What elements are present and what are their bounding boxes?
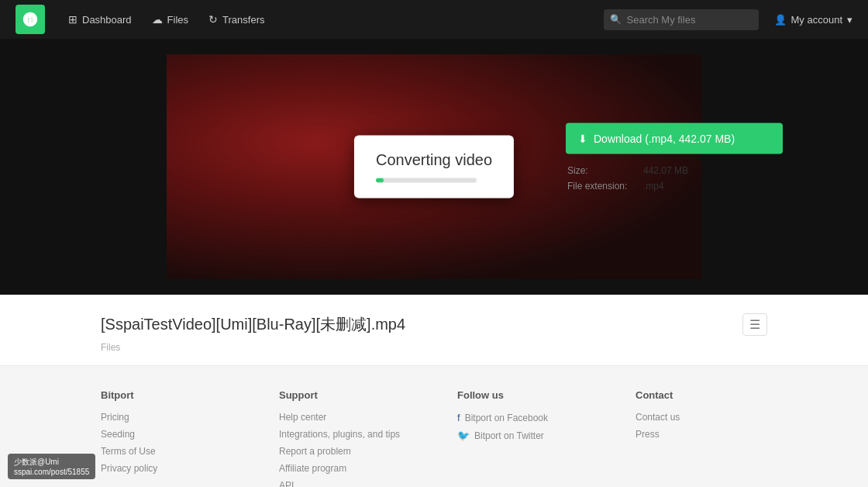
footer-inner: Bitport Pricing Seeding Terms of Use Pri… bbox=[85, 389, 783, 487]
footer-col-follow-title: Follow us bbox=[457, 389, 589, 401]
file-title: [SspaiTestVideo][Umi][Blu-Ray][未删减].mp4 bbox=[101, 314, 405, 335]
file-size-row: Size: 442.07 MB bbox=[567, 165, 752, 176]
footer-link-affiliate[interactable]: Affiliate program bbox=[279, 463, 411, 474]
footer-col-contact-title: Contact bbox=[636, 389, 767, 401]
breadcrumb: Files bbox=[101, 342, 767, 353]
footer-col-bitport: Bitport Pricing Seeding Terms of Use Pri… bbox=[101, 389, 232, 487]
download-icon: ⬇ bbox=[578, 133, 587, 145]
files-icon: ☁ bbox=[152, 13, 163, 26]
account-menu[interactable]: 👤 My account ▾ bbox=[774, 14, 852, 26]
chevron-down-icon: ▾ bbox=[847, 14, 852, 26]
watermark: 少数派@Umi sspai.com/post/51855 bbox=[8, 454, 95, 479]
content-area: [SspaiTestVideo][Umi][Blu-Ray][未删减].mp4 … bbox=[0, 295, 868, 365]
download-button[interactable]: ⬇ Download (.mp4, 442.07 MB) bbox=[566, 123, 783, 154]
file-meta: Size: 442.07 MB File extension: .mp4 bbox=[567, 165, 752, 192]
file-menu-button[interactable]: ☰ bbox=[742, 313, 767, 336]
footer-col-contact: Contact Contact us Press bbox=[636, 389, 767, 487]
footer-link-twitter[interactable]: 🐦 Bitport on Twitter bbox=[457, 430, 589, 441]
right-panel: ⬇ Download (.mp4, 442.07 MB) Size: 442.0… bbox=[566, 123, 752, 196]
navbar-dashboard[interactable]: ⊞ Dashboard bbox=[60, 9, 140, 30]
menu-icon: ☰ bbox=[749, 318, 760, 331]
footer-link-pricing[interactable]: Pricing bbox=[101, 412, 232, 423]
navbar: ⊞ Dashboard ☁ Files ↻ Transfers 🔍 👤 My a… bbox=[0, 0, 868, 39]
footer-link-integrations[interactable]: Integrations, plugins, and tips bbox=[279, 429, 411, 440]
hero-section: Converting video ⬇ Download (.mp4, 442.0… bbox=[0, 39, 868, 295]
transfers-icon: ↻ bbox=[208, 13, 218, 26]
navbar-links: ⊞ Dashboard ☁ Files ↻ Transfers bbox=[60, 9, 272, 30]
navbar-transfers[interactable]: ↻ Transfers bbox=[201, 9, 272, 30]
file-extension-row: File extension: .mp4 bbox=[567, 181, 752, 192]
converting-title: Converting video bbox=[376, 151, 492, 169]
file-title-row: [SspaiTestVideo][Umi][Blu-Ray][未删减].mp4 … bbox=[101, 313, 767, 336]
footer-link-facebook[interactable]: f Bitport on Facebook bbox=[457, 412, 589, 423]
footer-link-report[interactable]: Report a problem bbox=[279, 446, 411, 457]
footer-link-press[interactable]: Press bbox=[636, 429, 767, 440]
account-icon: 👤 bbox=[774, 14, 787, 26]
progress-bar-fill bbox=[376, 178, 384, 183]
footer-link-seeding[interactable]: Seeding bbox=[101, 429, 232, 440]
footer-col-follow: Follow us f Bitport on Facebook 🐦 Bitpor… bbox=[457, 389, 589, 487]
navbar-files[interactable]: ☁ Files bbox=[144, 9, 196, 30]
footer-col-support: Support Help center Integrations, plugin… bbox=[279, 389, 411, 487]
footer: Bitport Pricing Seeding Terms of Use Pri… bbox=[0, 365, 868, 487]
footer-link-privacy[interactable]: Privacy policy bbox=[101, 463, 232, 474]
search-input[interactable] bbox=[604, 9, 759, 30]
twitter-icon: 🐦 bbox=[457, 430, 470, 441]
logo[interactable] bbox=[16, 5, 45, 34]
footer-col-bitport-title: Bitport bbox=[101, 389, 232, 401]
converting-dialog: Converting video bbox=[354, 136, 514, 199]
dashboard-icon: ⊞ bbox=[68, 13, 78, 26]
progress-bar-container bbox=[376, 178, 477, 183]
footer-col-support-title: Support bbox=[279, 389, 411, 401]
footer-link-terms[interactable]: Terms of Use bbox=[101, 446, 232, 457]
file-info-section: [SspaiTestVideo][Umi][Blu-Ray][未删减].mp4 … bbox=[85, 295, 783, 365]
footer-link-help[interactable]: Help center bbox=[279, 412, 411, 423]
logo-icon bbox=[22, 11, 39, 28]
facebook-icon: f bbox=[457, 412, 460, 423]
search-icon: 🔍 bbox=[610, 14, 622, 25]
breadcrumb-files[interactable]: Files bbox=[101, 342, 120, 353]
search-container: 🔍 bbox=[604, 9, 759, 30]
footer-link-contact[interactable]: Contact us bbox=[636, 412, 767, 423]
footer-link-api[interactable]: API bbox=[279, 480, 411, 487]
